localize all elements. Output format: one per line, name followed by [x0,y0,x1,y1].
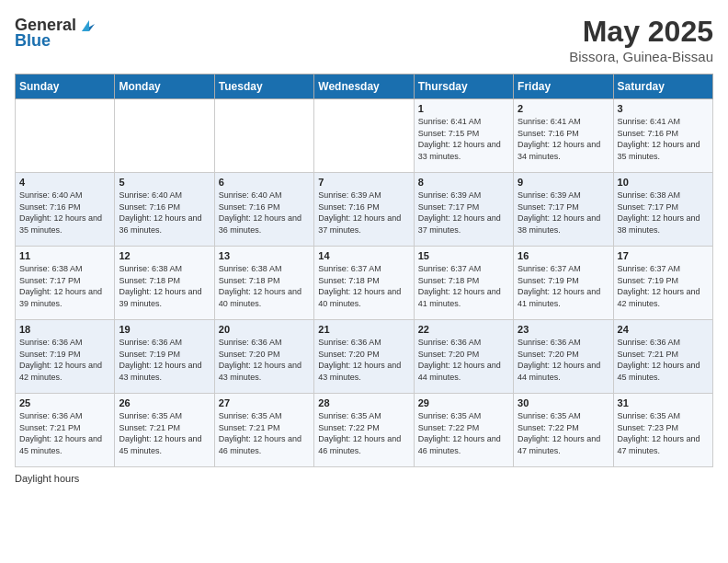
page-subtitle: Bissora, Guinea-Bissau [569,49,713,64]
table-row [314,99,414,173]
day-number: 30 [518,397,609,408]
cell-text: Sunrise: 6:38 AMSunset: 7:17 PMDaylight:… [618,190,700,235]
column-header-wednesday: Wednesday [314,75,414,99]
svg-marker-1 [82,20,89,31]
day-number: 24 [618,324,709,335]
logo: General Blue [15,15,98,51]
table-row: 8Sunrise: 6:39 AMSunset: 7:17 PMDaylight… [414,173,513,247]
cell-text: Sunrise: 6:41 AMSunset: 7:15 PMDaylight:… [418,117,501,161]
cell-text: Sunrise: 6:35 AMSunset: 7:21 PMDaylight:… [219,411,301,455]
calendar-table: SundayMondayTuesdayWednesdayThursdayFrid… [15,74,713,467]
cell-text: Sunrise: 6:40 AMSunset: 7:16 PMDaylight:… [119,190,201,235]
cell-text: Sunrise: 6:36 AMSunset: 7:20 PMDaylight:… [518,338,600,382]
table-row: 4Sunrise: 6:40 AMSunset: 7:16 PMDaylight… [16,173,115,247]
cell-text: Sunrise: 6:36 AMSunset: 7:20 PMDaylight:… [219,338,301,382]
cell-text: Sunrise: 6:38 AMSunset: 7:17 PMDaylight:… [19,264,102,308]
cell-text: Sunrise: 6:35 AMSunset: 7:22 PMDaylight:… [318,411,401,455]
day-number: 2 [518,103,609,114]
table-row: 23Sunrise: 6:36 AMSunset: 7:20 PMDayligh… [514,320,613,394]
day-number: 11 [19,250,110,261]
day-number: 15 [418,250,509,261]
table-row: 16Sunrise: 6:37 AMSunset: 7:19 PMDayligh… [514,247,613,320]
cell-text: Sunrise: 6:38 AMSunset: 7:18 PMDaylight:… [119,264,201,308]
cell-text: Sunrise: 6:41 AMSunset: 7:16 PMDaylight:… [618,117,700,161]
day-number: 27 [219,397,310,408]
cell-text: Sunrise: 6:36 AMSunset: 7:21 PMDaylight:… [618,338,700,382]
cell-text: Sunrise: 6:37 AMSunset: 7:19 PMDaylight:… [618,264,700,308]
table-row: 15Sunrise: 6:37 AMSunset: 7:18 PMDayligh… [414,247,513,320]
title-area: May 2025 Bissora, Guinea-Bissau [569,15,713,64]
table-row: 1Sunrise: 6:41 AMSunset: 7:15 PMDaylight… [414,99,513,173]
day-number: 20 [219,324,310,335]
column-header-saturday: Saturday [613,75,712,99]
column-header-sunday: Sunday [16,75,115,99]
day-number: 4 [19,177,110,188]
cell-text: Sunrise: 6:35 AMSunset: 7:22 PMDaylight:… [418,411,501,455]
day-number: 13 [219,250,310,261]
table-row: 11Sunrise: 6:38 AMSunset: 7:17 PMDayligh… [16,247,115,320]
table-row: 31Sunrise: 6:35 AMSunset: 7:23 PMDayligh… [613,394,712,467]
day-number: 6 [219,177,310,188]
cell-text: Sunrise: 6:37 AMSunset: 7:18 PMDaylight:… [418,264,501,308]
table-row: 21Sunrise: 6:36 AMSunset: 7:20 PMDayligh… [314,320,414,394]
day-number: 22 [418,324,509,335]
table-row: 6Sunrise: 6:40 AMSunset: 7:16 PMDaylight… [214,173,313,247]
column-header-friday: Friday [514,75,613,99]
table-row: 20Sunrise: 6:36 AMSunset: 7:20 PMDayligh… [214,320,313,394]
day-number: 12 [119,250,210,261]
cell-text: Sunrise: 6:36 AMSunset: 7:21 PMDaylight:… [19,411,102,455]
cell-text: Sunrise: 6:35 AMSunset: 7:22 PMDaylight:… [518,411,600,455]
cell-text: Sunrise: 6:40 AMSunset: 7:16 PMDaylight:… [19,190,102,235]
table-row: 3Sunrise: 6:41 AMSunset: 7:16 PMDaylight… [613,99,712,173]
cell-text: Sunrise: 6:35 AMSunset: 7:21 PMDaylight:… [119,411,201,455]
day-number: 3 [618,103,709,114]
day-number: 26 [119,397,210,408]
day-number: 18 [19,324,110,335]
column-header-monday: Monday [115,75,214,99]
footer-note: Daylight hours [15,473,713,484]
column-header-tuesday: Tuesday [214,75,313,99]
column-header-thursday: Thursday [414,75,513,99]
day-number: 7 [318,177,409,188]
cell-text: Sunrise: 6:40 AMSunset: 7:16 PMDaylight:… [219,190,301,235]
table-row: 25Sunrise: 6:36 AMSunset: 7:21 PMDayligh… [16,394,115,467]
table-row: 22Sunrise: 6:36 AMSunset: 7:20 PMDayligh… [414,320,513,394]
cell-text: Sunrise: 6:37 AMSunset: 7:18 PMDaylight:… [318,264,401,308]
cell-text: Sunrise: 6:41 AMSunset: 7:16 PMDaylight:… [518,117,600,161]
day-number: 8 [418,177,509,188]
cell-text: Sunrise: 6:39 AMSunset: 7:17 PMDaylight:… [518,190,600,235]
table-row: 28Sunrise: 6:35 AMSunset: 7:22 PMDayligh… [314,394,414,467]
table-row: 19Sunrise: 6:36 AMSunset: 7:19 PMDayligh… [115,320,214,394]
cell-text: Sunrise: 6:35 AMSunset: 7:23 PMDaylight:… [618,411,700,455]
cell-text: Sunrise: 6:36 AMSunset: 7:20 PMDaylight:… [318,338,401,382]
cell-text: Sunrise: 6:39 AMSunset: 7:17 PMDaylight:… [418,190,501,235]
table-row [16,99,115,173]
table-row: 26Sunrise: 6:35 AMSunset: 7:21 PMDayligh… [115,394,214,467]
table-row: 14Sunrise: 6:37 AMSunset: 7:18 PMDayligh… [314,247,414,320]
table-row: 18Sunrise: 6:36 AMSunset: 7:19 PMDayligh… [16,320,115,394]
table-row [214,99,313,173]
table-row: 13Sunrise: 6:38 AMSunset: 7:18 PMDayligh… [214,247,313,320]
table-row: 5Sunrise: 6:40 AMSunset: 7:16 PMDaylight… [115,173,214,247]
day-number: 10 [618,177,709,188]
day-number: 14 [318,250,409,261]
table-row: 10Sunrise: 6:38 AMSunset: 7:17 PMDayligh… [613,173,712,247]
day-number: 28 [318,397,409,408]
day-number: 17 [618,250,709,261]
table-row: 17Sunrise: 6:37 AMSunset: 7:19 PMDayligh… [613,247,712,320]
table-row: 29Sunrise: 6:35 AMSunset: 7:22 PMDayligh… [414,394,513,467]
logo-icon [78,15,98,35]
cell-text: Sunrise: 6:38 AMSunset: 7:18 PMDaylight:… [219,264,301,308]
day-number: 16 [518,250,609,261]
cell-text: Sunrise: 6:36 AMSunset: 7:19 PMDaylight:… [119,338,201,382]
logo-blue: Blue [15,31,51,51]
table-row: 9Sunrise: 6:39 AMSunset: 7:17 PMDaylight… [514,173,613,247]
day-number: 21 [318,324,409,335]
table-row: 30Sunrise: 6:35 AMSunset: 7:22 PMDayligh… [514,394,613,467]
table-row: 27Sunrise: 6:35 AMSunset: 7:21 PMDayligh… [214,394,313,467]
day-number: 5 [119,177,210,188]
day-number: 19 [119,324,210,335]
page-title: May 2025 [569,15,713,49]
table-row: 24Sunrise: 6:36 AMSunset: 7:21 PMDayligh… [613,320,712,394]
cell-text: Sunrise: 6:39 AMSunset: 7:16 PMDaylight:… [318,190,401,235]
